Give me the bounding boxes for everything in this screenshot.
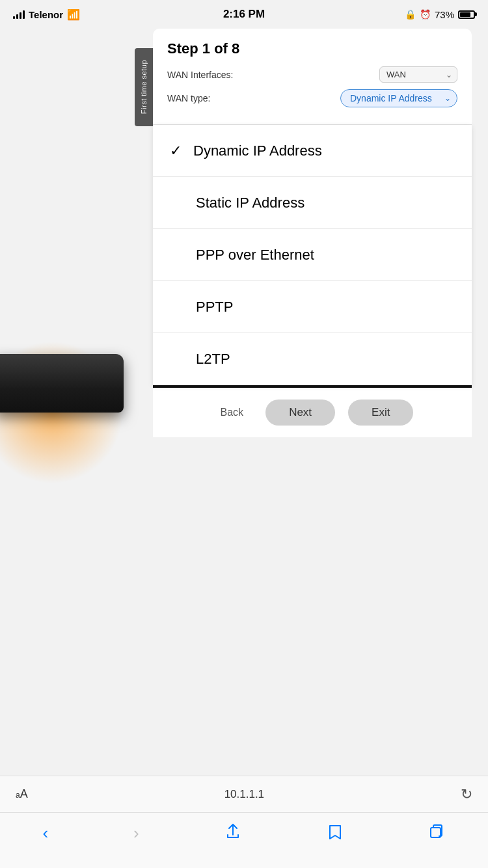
status-bar: Telenor 📶 2:16 PM 🔒 ⏰ 73%	[0, 0, 488, 29]
dropdown-item-label-3: PPTP	[196, 299, 233, 316]
first-time-setup-tab: First time setup	[135, 48, 153, 126]
wan-type-label: WAN type:	[167, 93, 210, 103]
signal-bars-icon	[13, 10, 25, 19]
dropdown-menu: ✓Dynamic IP AddressStatic IP AddressPPP …	[153, 125, 472, 385]
main-area: First time setup Step 1 of 8 WAN Interfa…	[0, 29, 488, 776]
back-nav-button[interactable]: ‹	[37, 821, 53, 846]
lock-icon: 🔒	[405, 9, 416, 20]
dropdown-item-2[interactable]: PPP over Ethernet	[153, 229, 472, 281]
share-button[interactable]	[219, 821, 247, 847]
wan-interfaces-row: WAN Interfaces: WAN	[167, 66, 457, 83]
router-body	[0, 354, 124, 413]
alarm-icon: ⏰	[420, 9, 431, 20]
side-tab-label: First time setup	[140, 60, 148, 114]
share-icon	[224, 823, 241, 845]
bookmarks-icon	[327, 823, 344, 845]
status-left: Telenor 📶	[13, 8, 80, 21]
check-mark-icon: ✓	[170, 142, 182, 159]
dropdown-item-0[interactable]: ✓Dynamic IP Address	[153, 125, 472, 177]
wifi-icon: 📶	[67, 8, 80, 21]
next-button[interactable]: Next	[265, 400, 335, 426]
panel-wrapper: First time setup Step 1 of 8 WAN Interfa…	[153, 29, 472, 437]
dropdown-item-label-2: PPP over Ethernet	[196, 247, 314, 264]
exit-button[interactable]: Exit	[348, 400, 413, 426]
status-right: 🔒 ⏰ 73%	[405, 9, 475, 20]
dropdown-item-4[interactable]: L2TP	[153, 333, 472, 385]
back-button[interactable]: Back	[211, 403, 253, 422]
status-time: 2:16 PM	[223, 8, 265, 21]
safari-toolbar: ‹ ›	[0, 812, 488, 868]
battery-icon	[458, 10, 475, 19]
forward-nav-button[interactable]: ›	[128, 821, 144, 846]
step-panel: Step 1 of 8 WAN Interfaces: WAN WAN type…	[153, 29, 472, 125]
safari-address-bar: aA 10.1.1.1 ↻	[0, 776, 488, 812]
dropdown-item-label-0: Dynamic IP Address	[193, 142, 322, 159]
battery-percent: 73%	[435, 9, 454, 20]
dropdown-item-label-1: Static IP Address	[196, 195, 305, 211]
carrier-label: Telenor	[29, 9, 63, 20]
wan-interfaces-select-wrapper[interactable]: WAN	[379, 66, 457, 83]
wan-type-row: WAN type: Dynamic IP Address	[167, 89, 457, 107]
forward-nav-icon: ›	[133, 823, 139, 843]
back-nav-icon: ‹	[42, 823, 48, 843]
footer-panel: Back Next Exit	[153, 388, 472, 437]
bookmarks-button[interactable]	[321, 821, 349, 847]
wan-type-select[interactable]: Dynamic IP Address	[340, 89, 457, 107]
step-title: Step 1 of 8	[167, 40, 457, 57]
wan-interfaces-select[interactable]: WAN	[379, 66, 457, 83]
wan-interfaces-label: WAN Interfaces:	[167, 70, 233, 80]
safari-url[interactable]: 10.1.1.1	[224, 788, 264, 801]
dropdown-item-1[interactable]: Static IP Address	[153, 177, 472, 229]
router-area	[0, 29, 150, 484]
dropdown-item-label-4: L2TP	[196, 351, 230, 368]
safari-aa-button[interactable]: aA	[16, 787, 28, 801]
wan-type-select-wrapper[interactable]: Dynamic IP Address	[340, 89, 457, 107]
tabs-icon	[428, 823, 445, 845]
thick-divider	[153, 385, 472, 388]
reload-icon[interactable]: ↻	[461, 786, 472, 803]
tabs-button[interactable]	[423, 821, 450, 847]
dropdown-item-3[interactable]: PPTP	[153, 281, 472, 333]
